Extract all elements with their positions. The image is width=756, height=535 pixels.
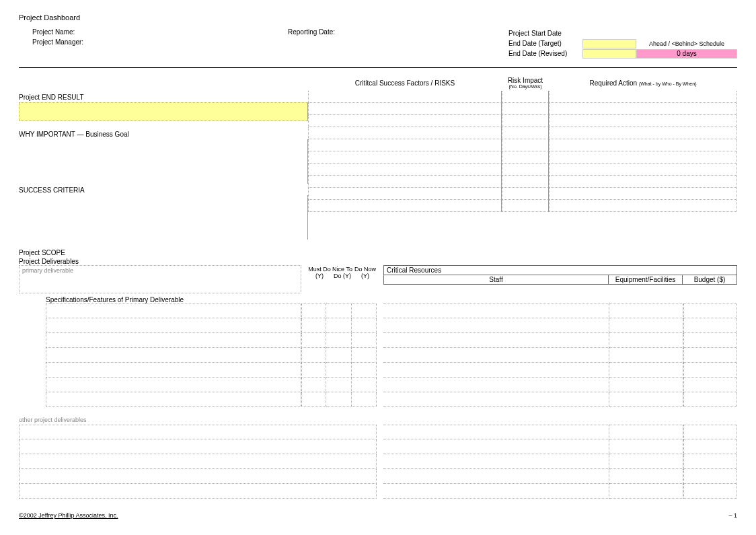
required-action-row[interactable] bbox=[549, 200, 737, 212]
csf-row[interactable] bbox=[308, 127, 502, 139]
risk-impact-row[interactable] bbox=[502, 164, 549, 176]
do-now-cell[interactable] bbox=[352, 378, 377, 392]
risk-impact-row[interactable] bbox=[502, 115, 549, 127]
other-staff-cell[interactable] bbox=[383, 439, 609, 454]
other-budget-cell[interactable] bbox=[683, 425, 737, 439]
spec-row[interactable] bbox=[46, 318, 301, 333]
must-do-cell[interactable] bbox=[301, 318, 326, 333]
staff-cell[interactable] bbox=[383, 392, 609, 407]
risk-impact-row[interactable] bbox=[502, 176, 549, 188]
equip-cell[interactable] bbox=[609, 333, 683, 348]
spec-row[interactable] bbox=[46, 333, 301, 348]
csf-row[interactable] bbox=[308, 188, 502, 200]
nice-to-do-cell[interactable] bbox=[326, 304, 351, 318]
other-budget-cell[interactable] bbox=[683, 454, 737, 469]
risk-impact-row[interactable] bbox=[502, 127, 549, 139]
nice-to-do-cell[interactable] bbox=[326, 348, 351, 363]
staff-cell[interactable] bbox=[383, 318, 609, 333]
risk-impact-row[interactable] bbox=[502, 151, 549, 164]
equip-cell[interactable] bbox=[609, 378, 683, 392]
equip-cell[interactable] bbox=[609, 348, 683, 363]
other-budget-cell[interactable] bbox=[683, 484, 737, 499]
required-action-row[interactable] bbox=[549, 115, 737, 127]
other-staff-cell[interactable] bbox=[383, 425, 609, 439]
csf-row[interactable] bbox=[308, 176, 502, 188]
spec-row[interactable] bbox=[46, 304, 301, 318]
spec-row[interactable] bbox=[46, 392, 301, 407]
equip-cell[interactable] bbox=[609, 363, 683, 378]
end-date-revised-cell[interactable] bbox=[582, 49, 636, 59]
other-row[interactable] bbox=[19, 454, 377, 469]
nice-to-do-cell[interactable] bbox=[326, 378, 351, 392]
equip-cell[interactable] bbox=[609, 304, 683, 318]
risk-impact-row[interactable] bbox=[502, 103, 549, 115]
other-budget-cell[interactable] bbox=[683, 439, 737, 454]
end-result-input[interactable] bbox=[19, 102, 308, 121]
do-now-cell[interactable] bbox=[352, 392, 377, 407]
risk-impact-row[interactable] bbox=[502, 91, 549, 103]
other-staff-cell[interactable] bbox=[383, 454, 609, 469]
risk-impact-row[interactable] bbox=[502, 139, 549, 151]
other-budget-cell[interactable] bbox=[683, 469, 737, 484]
csf-row[interactable] bbox=[308, 103, 502, 115]
required-action-row[interactable] bbox=[549, 164, 737, 176]
csf-row[interactable] bbox=[308, 164, 502, 176]
other-row[interactable] bbox=[19, 469, 377, 484]
risk-impact-row[interactable] bbox=[502, 200, 549, 212]
other-staff-cell[interactable] bbox=[383, 484, 609, 499]
other-equip-cell[interactable] bbox=[609, 469, 683, 484]
nice-to-do-cell[interactable] bbox=[326, 363, 351, 378]
primary-deliverable-input[interactable]: primary deliverable bbox=[19, 265, 301, 293]
budget-cell[interactable] bbox=[683, 348, 737, 363]
end-date-target-cell[interactable] bbox=[582, 39, 636, 48]
required-action-row[interactable] bbox=[549, 103, 737, 115]
risk-impact-row[interactable] bbox=[502, 188, 549, 200]
csf-row[interactable] bbox=[308, 139, 502, 151]
nice-to-do-cell[interactable] bbox=[326, 392, 351, 407]
required-action-row[interactable] bbox=[549, 91, 737, 103]
other-row[interactable] bbox=[19, 484, 377, 499]
required-action-row[interactable] bbox=[549, 139, 737, 151]
why-important-box[interactable] bbox=[19, 139, 308, 184]
equip-cell[interactable] bbox=[609, 318, 683, 333]
do-now-cell[interactable] bbox=[352, 304, 377, 318]
required-action-row[interactable] bbox=[549, 188, 737, 200]
must-do-cell[interactable] bbox=[301, 333, 326, 348]
staff-cell[interactable] bbox=[383, 304, 609, 318]
staff-cell[interactable] bbox=[383, 333, 609, 348]
required-action-row[interactable] bbox=[549, 127, 737, 139]
csf-row[interactable] bbox=[308, 200, 502, 212]
other-staff-cell[interactable] bbox=[383, 469, 609, 484]
other-equip-cell[interactable] bbox=[609, 454, 683, 469]
do-now-cell[interactable] bbox=[352, 348, 377, 363]
other-row[interactable] bbox=[19, 439, 377, 454]
success-criteria-box[interactable] bbox=[19, 195, 308, 240]
required-action-row[interactable] bbox=[549, 176, 737, 188]
staff-cell[interactable] bbox=[383, 348, 609, 363]
do-now-cell[interactable] bbox=[352, 333, 377, 348]
spec-row[interactable] bbox=[46, 348, 301, 363]
do-now-cell[interactable] bbox=[352, 363, 377, 378]
budget-cell[interactable] bbox=[683, 333, 737, 348]
csf-row[interactable] bbox=[308, 115, 502, 127]
nice-to-do-cell[interactable] bbox=[326, 318, 351, 333]
must-do-cell[interactable] bbox=[301, 392, 326, 407]
staff-cell[interactable] bbox=[383, 363, 609, 378]
other-equip-cell[interactable] bbox=[609, 425, 683, 439]
equip-cell[interactable] bbox=[609, 392, 683, 407]
other-equip-cell[interactable] bbox=[609, 439, 683, 454]
must-do-cell[interactable] bbox=[301, 348, 326, 363]
budget-cell[interactable] bbox=[683, 378, 737, 392]
spec-row[interactable] bbox=[46, 363, 301, 378]
budget-cell[interactable] bbox=[683, 304, 737, 318]
budget-cell[interactable] bbox=[683, 392, 737, 407]
do-now-cell[interactable] bbox=[352, 318, 377, 333]
must-do-cell[interactable] bbox=[301, 363, 326, 378]
nice-to-do-cell[interactable] bbox=[326, 333, 351, 348]
other-equip-cell[interactable] bbox=[609, 484, 683, 499]
budget-cell[interactable] bbox=[683, 318, 737, 333]
staff-cell[interactable] bbox=[383, 378, 609, 392]
must-do-cell[interactable] bbox=[301, 304, 326, 318]
other-row[interactable] bbox=[19, 425, 377, 439]
spec-row[interactable] bbox=[46, 378, 301, 392]
